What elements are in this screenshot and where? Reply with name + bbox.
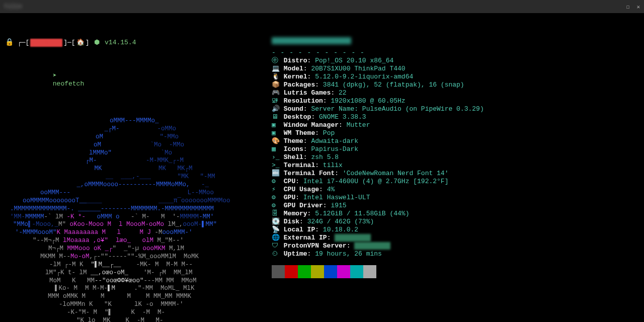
info-value: i915 bbox=[331, 202, 346, 209]
prompt-line: 🔒 ┌─[ x ]─[ 🏠 ] ⬢ v14.15.4 bbox=[5, 38, 267, 47]
info-value: 19 hours, 26 mins bbox=[315, 250, 382, 258]
info-label: Theme bbox=[280, 137, 303, 145]
info-value: Intel Haswell-ULT bbox=[303, 194, 370, 201]
home-icon: 🏠 bbox=[76, 39, 85, 47]
info-label: External IP bbox=[280, 234, 327, 242]
wm-theme-icon: ▣ bbox=[272, 129, 280, 137]
info-label: Terminal bbox=[280, 162, 315, 169]
maximize-button[interactable]: ☐ bbox=[626, 4, 630, 10]
terminal[interactable]: 🔒 ┌─[ x ]─[ 🏠 ] ⬢ v14.15.4 ➤ neofetch oM… bbox=[0, 13, 644, 322]
info-row: ⚙ CPU: Intel i7-4600U (4) @ 2.7GHz [192.… bbox=[272, 178, 484, 186]
info-row: 💽 Disk: 324G / 462G (73%) bbox=[272, 218, 484, 226]
lutris-games-icon: 🎮 bbox=[272, 89, 280, 97]
window-manager-icon: ▣ bbox=[272, 121, 280, 129]
info-value: Mutter bbox=[347, 121, 370, 129]
cpu-usage-icon: ⚡ bbox=[272, 186, 280, 194]
info-value: 5.12.0-9.2-liquorix-amd64 bbox=[315, 73, 413, 80]
info-row: 🔤 Terminal Font: 'CodeNewRoman Nerd Font… bbox=[272, 170, 484, 178]
node-version: v14.15.4 bbox=[105, 39, 136, 47]
external-ip-icon: 🌐 bbox=[272, 234, 280, 242]
gpu-driver-icon: ⚙ bbox=[272, 202, 280, 210]
info-label: GPU Driver bbox=[280, 202, 323, 209]
info-value: 22 bbox=[339, 89, 347, 97]
color-swatch bbox=[350, 265, 363, 278]
protonvpn-server-icon: 🛡 bbox=[272, 242, 280, 250]
prompt-arrow-icon: ➤ bbox=[53, 72, 64, 79]
info-value: 3841 (dpkg), 52 (flatpak), 16 (snap) bbox=[323, 81, 464, 89]
color-swatch bbox=[272, 265, 285, 278]
distro-icon: ⓔ bbox=[272, 57, 280, 65]
left-column: 🔒 ┌─[ x ]─[ 🏠 ] ⬢ v14.15.4 ➤ neofetch oM… bbox=[5, 22, 267, 322]
header-divider: - - - - - - - - - - - bbox=[272, 49, 484, 57]
info-row: 🗄 Memory: 5.12GiB / 11.58GiB (44%) bbox=[272, 210, 484, 218]
window-title: tilix bbox=[4, 3, 22, 10]
info-row: ⚙ GPU Driver: i915 bbox=[272, 202, 484, 210]
prompt-user-redacted: x bbox=[30, 39, 62, 47]
info-value: 20B7S1XU00 ThinkPad T440 bbox=[311, 65, 405, 72]
info-label: Terminal Font bbox=[280, 170, 335, 177]
info-label: Window Manager bbox=[280, 121, 339, 129]
close-button[interactable]: ✕ bbox=[636, 4, 640, 10]
command-line: ➤ neofetch bbox=[5, 64, 267, 96]
info-row: ▣ WM Theme: Pop bbox=[272, 129, 484, 137]
info-value: Pop bbox=[323, 129, 335, 137]
color-swatch bbox=[285, 265, 298, 278]
info-row: ⚡ CPU Usage: 4% bbox=[272, 186, 484, 194]
info-row: ⓔ Distro: Pop!_OS 20.10 x86_64 bbox=[272, 57, 484, 65]
info-label: Memory bbox=[280, 210, 307, 217]
info-label: Sound bbox=[280, 105, 303, 113]
info-row: ⚙ GPU: Intel Haswell-ULT bbox=[272, 194, 484, 202]
ascii-art: oMMM---MMMMo_ _┌M- -oMMooM "-MMooM `Mo -… bbox=[5, 117, 267, 322]
color-swatch bbox=[337, 265, 350, 278]
info-value: 4% bbox=[327, 186, 335, 193]
info-label: Icons bbox=[280, 145, 303, 153]
info-row: 📡 Local IP: 10.18.0.2 bbox=[272, 226, 484, 234]
packages-icon: 📦 bbox=[272, 81, 280, 89]
info-value: Intel i7-4600U (4) @ 2.7GHz [192.2°F] bbox=[303, 178, 449, 185]
info-value: 'CodeNewRoman Nerd Font 14' bbox=[343, 170, 449, 177]
info-label: Kernel bbox=[280, 73, 307, 80]
info-row: ▦ Icons: Papirus-Dark bbox=[272, 145, 484, 153]
sound-icon: 🔊 bbox=[272, 105, 280, 113]
memory-icon: 🗄 bbox=[272, 210, 280, 218]
info-row: ⏲ Uptime: 19 hours, 26 mins bbox=[272, 250, 484, 258]
desktop-icon: 🖥 bbox=[272, 113, 280, 121]
info-label: Uptime bbox=[280, 250, 307, 258]
info-value: zsh 5.8 bbox=[311, 153, 339, 161]
info-value: xx bbox=[335, 234, 371, 242]
info-label: Model bbox=[280, 65, 303, 72]
shell-icon: ›_ bbox=[272, 153, 280, 162]
info-label: Distro bbox=[280, 57, 307, 64]
resolution-icon: 🖳 bbox=[272, 97, 280, 105]
cpu-icon: ⚙ bbox=[272, 178, 280, 186]
color-swatch bbox=[298, 265, 311, 278]
info-value: Papirus-Dark bbox=[311, 145, 358, 153]
info-value: GNOME 3.38.3 bbox=[319, 113, 366, 121]
theme-icon: 🎨 bbox=[272, 137, 280, 145]
info-row: 🛡 ProtonVPN Server: xx bbox=[272, 242, 484, 250]
titlebar: tilix ☐ ✕ bbox=[0, 0, 644, 13]
info-label: Disk bbox=[280, 218, 299, 225]
prompt-bracket: ┌─[ bbox=[18, 39, 29, 47]
info-label: CPU bbox=[280, 178, 295, 185]
info-label: Desktop bbox=[280, 113, 311, 121]
info-row: 🔊 Sound: Server Name: PulseAudio (on Pip… bbox=[272, 105, 484, 113]
hostname-redacted bbox=[272, 37, 351, 44]
command-text: neofetch bbox=[53, 80, 84, 88]
info-value: xx bbox=[354, 242, 390, 250]
icons-icon: ▦ bbox=[272, 145, 280, 153]
info-label: Resolution bbox=[280, 97, 323, 105]
info-row: ›_ Shell: zsh 5.8 bbox=[272, 153, 484, 162]
color-swatch bbox=[311, 265, 324, 278]
info-label: CPU Usage bbox=[280, 186, 319, 193]
info-value: 5.12GiB / 11.58GiB (44%) bbox=[315, 210, 409, 217]
lock-icon: 🔒 bbox=[5, 38, 14, 47]
info-label: Packages bbox=[280, 81, 315, 89]
local-ip-icon: 📡 bbox=[272, 226, 280, 234]
info-value: tilix bbox=[323, 162, 343, 169]
info-row: 🖥 Desktop: GNOME 3.38.3 bbox=[272, 113, 484, 121]
terminal-font-icon: 🔤 bbox=[272, 170, 280, 178]
info-value: Adwaita-dark bbox=[311, 137, 358, 145]
gpu-icon: ⚙ bbox=[272, 194, 280, 202]
info-row: 🎮 Lutris Games: 22 bbox=[272, 89, 484, 97]
